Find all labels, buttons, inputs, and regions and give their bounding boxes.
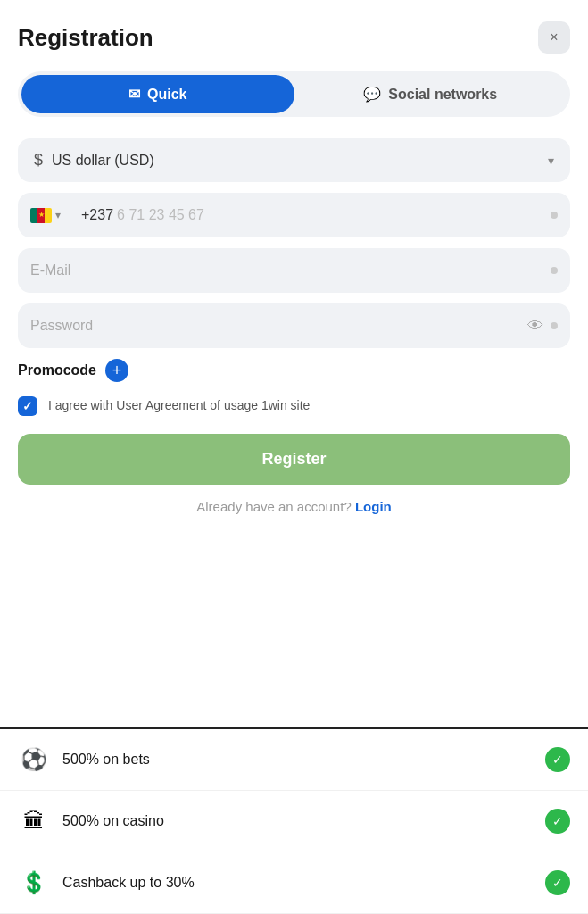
close-button[interactable]: × (538, 21, 570, 54)
flag-star: ★ (38, 212, 45, 219)
cameroon-flag: ★ (30, 208, 52, 223)
country-selector[interactable]: ★ ▾ (30, 195, 70, 236)
promo-casino-check-icon: ✓ (545, 809, 570, 834)
agreement-checkbox[interactable]: ✓ (18, 396, 37, 416)
page-title: Registration (18, 24, 153, 52)
password-required-dot (551, 322, 558, 329)
promo-cashback-text: Cashback up to 30% (62, 875, 545, 891)
phone-input[interactable] (117, 193, 543, 237)
promo-bets-check-icon: ✓ (545, 747, 570, 772)
envelope-icon: ✉ (128, 86, 140, 103)
phone-field: ★ ▾ +237 (18, 193, 570, 237)
promo-bets-text: 500% on bets (62, 752, 545, 768)
promo-section: ⚽ 500% on bets ✓ 🏛 500% on casino ✓ 💲 Ca… (0, 727, 588, 914)
promocode-label: Promocode (18, 362, 96, 378)
agreement-prefix: I agree with (48, 398, 116, 412)
password-field: 👁 (18, 303, 570, 348)
checkmark-icon: ✓ (22, 399, 33, 413)
currency-dropdown[interactable]: $ US dollar (USD) ▾ (18, 138, 570, 182)
agreement-link[interactable]: User Agreement of usage 1win site (116, 398, 310, 412)
cashback-icon: 💲 (18, 867, 50, 899)
phone-wrapper: ★ ▾ +237 (18, 193, 570, 237)
promo-item-bets: ⚽ 500% on bets ✓ (0, 729, 588, 791)
eye-icon[interactable]: 👁 (527, 317, 543, 336)
login-row: Already have an account? Login (18, 499, 570, 514)
promo-casino-text: 500% on casino (62, 813, 545, 829)
chat-icon: 💬 (363, 86, 381, 103)
currency-field: $ US dollar (USD) ▾ (18, 138, 570, 182)
chevron-down-icon: ▾ (548, 154, 554, 168)
tab-quick[interactable]: ✉ Quick (21, 75, 294, 113)
modal-body: Registration × ✉ Quick 💬 Social networks… (0, 0, 588, 727)
tab-social-networks[interactable]: 💬 Social networks (294, 75, 567, 113)
password-input[interactable] (30, 303, 527, 348)
promo-item-casino: 🏛 500% on casino ✓ (0, 791, 588, 852)
flag-yellow-stripe (45, 208, 52, 223)
email-field (18, 248, 570, 293)
agreement-text: I agree with User Agreement of usage 1wi… (48, 396, 310, 415)
phone-required-dot (551, 212, 558, 219)
checkmark-cashback: ✓ (552, 876, 563, 890)
agreement-row: ✓ I agree with User Agreement of usage 1… (18, 396, 570, 416)
dollar-icon: $ (34, 151, 43, 170)
currency-value: US dollar (USD) (52, 153, 548, 169)
flag-chevron-icon: ▾ (55, 209, 61, 221)
tab-bar: ✉ Quick 💬 Social networks (18, 71, 570, 117)
promo-item-cashback: 💲 Cashback up to 30% ✓ (0, 852, 588, 914)
promocode-row: Promocode + (18, 359, 570, 382)
registration-modal: Registration × ✉ Quick 💬 Social networks… (0, 0, 588, 914)
email-required-dot (551, 267, 558, 274)
add-promocode-button[interactable]: + (105, 359, 128, 382)
checkmark-bets: ✓ (552, 752, 563, 767)
email-wrapper (18, 248, 570, 293)
email-input[interactable] (30, 248, 543, 293)
checkmark-casino: ✓ (552, 814, 563, 828)
login-link[interactable]: Login (355, 499, 392, 514)
promo-cashback-check-icon: ✓ (545, 870, 570, 895)
register-button[interactable]: Register (18, 434, 570, 485)
tab-social-label: Social networks (388, 87, 497, 103)
soccer-ball-icon: ⚽ (18, 744, 50, 776)
phone-country-code: +237 (81, 207, 113, 223)
flag-red-stripe: ★ (37, 208, 45, 223)
tab-quick-label: Quick (147, 87, 186, 103)
password-wrapper: 👁 (18, 303, 570, 348)
flag-green-stripe (30, 208, 37, 223)
casino-icon: 🏛 (18, 805, 50, 837)
login-prompt-text: Already have an account? (196, 499, 351, 514)
modal-header: Registration × (18, 21, 570, 54)
